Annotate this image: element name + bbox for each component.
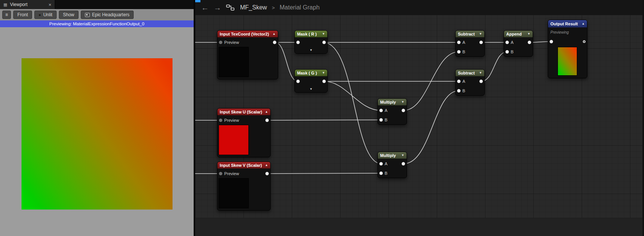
node-append[interactable]: Append ▼ A B: [504, 30, 533, 57]
node-multiply-bottom[interactable]: Multiply ▼ A B: [377, 152, 407, 178]
collapse-icon[interactable]: ▲: [582, 22, 585, 25]
dropdown-icon[interactable]: ▼: [527, 32, 530, 36]
preview-input-pin[interactable]: [219, 40, 222, 44]
output-input-pin[interactable]: [550, 40, 553, 43]
collapse-icon[interactable]: ▲: [273, 32, 276, 36]
material-preview-gradient: [22, 58, 173, 210]
expand-icon[interactable]: ▼: [295, 86, 327, 92]
back-arrow-icon[interactable]: ←: [201, 4, 209, 11]
preview-label: Preview: [224, 171, 239, 176]
node-input-texcoord[interactable]: Input TexCoord (Vector2) ▲ Preview: [217, 30, 278, 79]
mask-g-input-pin[interactable]: [296, 79, 300, 83]
preview-input-pin[interactable]: [219, 172, 222, 175]
input-pin-a[interactable]: [379, 109, 383, 112]
pin-label-a: A: [462, 40, 465, 45]
pin-label-a: A: [385, 108, 387, 113]
texcoord-output-pin[interactable]: [273, 40, 276, 44]
node-multiply-bottom-header[interactable]: Multiply ▼: [378, 152, 407, 159]
tab-viewport[interactable]: ▦ Viewport ×: [0, 0, 55, 9]
node-title: Input Skew V (Scalar): [220, 163, 262, 168]
viewport-canvas[interactable]: [0, 27, 194, 236]
dropdown-icon[interactable]: ▼: [401, 100, 404, 104]
previewing-banner-text: Previewing: MaterialExpressionFunctionOu…: [49, 22, 145, 26]
dropdown-icon[interactable]: ▼: [401, 154, 404, 157]
mask-pin-row: [295, 76, 327, 86]
preview-input-pin[interactable]: [219, 118, 222, 122]
collapse-icon[interactable]: ▲: [265, 110, 268, 113]
output-pin[interactable]: [528, 40, 531, 44]
input-pin-b[interactable]: [379, 171, 383, 175]
mask-g-output-pin[interactable]: [322, 79, 326, 83]
input-pin-a[interactable]: [457, 40, 461, 44]
input-pin-a[interactable]: [505, 40, 509, 44]
output-pin-row: [548, 37, 587, 46]
output-pin[interactable]: [402, 109, 405, 112]
dropdown-icon[interactable]: ▼: [479, 71, 482, 75]
node-mask-g[interactable]: Mask ( G ) ▼ ▼: [294, 69, 328, 93]
node-subtract-top[interactable]: Subtract ▼ A B: [455, 30, 485, 57]
skew-u-output-pin[interactable]: [265, 118, 269, 122]
dropdown-icon[interactable]: ▼: [322, 71, 325, 75]
material-graph-panel[interactable]: ← → MF_Skew > Material Graph: [195, 0, 642, 236]
show-button[interactable]: Show: [59, 11, 79, 19]
camera-mode-button[interactable]: Front: [13, 11, 32, 19]
node-mask-g-header[interactable]: Mask ( G ) ▼: [295, 70, 327, 76]
collapse-icon[interactable]: ▲: [265, 163, 268, 167]
dropdown-icon[interactable]: ▼: [322, 32, 325, 36]
input-pin-b[interactable]: [457, 89, 461, 92]
node-input-skew-v-header[interactable]: Input Skew V (Scalar) ▲: [217, 162, 270, 169]
input-pin-b[interactable]: [379, 118, 383, 121]
node-output-result[interactable]: Output Result ▲ Previewing: [548, 20, 587, 78]
pin-label-b: B: [462, 50, 465, 54]
node-title: Output Result: [550, 22, 578, 26]
close-icon[interactable]: ×: [48, 2, 51, 8]
expand-icon[interactable]: ▼: [295, 47, 327, 53]
input-pin-b[interactable]: [457, 50, 461, 53]
unlit-icon: ●: [39, 13, 41, 17]
graph-bottom-strip: [195, 218, 642, 236]
dropdown-icon[interactable]: ▼: [479, 32, 482, 36]
node-mask-r[interactable]: Mask ( R ) ▼ ▼: [294, 30, 328, 54]
node-subtract-bottom[interactable]: Subtract ▼ A B: [455, 69, 485, 96]
input-pin-b[interactable]: [505, 50, 509, 53]
node-input-skew-u-header[interactable]: Input Skew U (Scalar) ▲: [217, 109, 270, 115]
node-output-result-header[interactable]: Output Result ▲: [548, 20, 587, 28]
scene-setup-button[interactable]: Epic Headquarters: [81, 11, 134, 19]
node-multiply-top-header[interactable]: Multiply ▼: [378, 99, 407, 106]
node-input-skew-v[interactable]: Input Skew V (Scalar) ▲ Preview: [217, 161, 271, 211]
forward-arrow-icon[interactable]: →: [214, 4, 221, 11]
node-subtract-bottom-header[interactable]: Subtract ▼: [456, 70, 484, 76]
pin-label-b: B: [511, 50, 513, 54]
pin-row-a: A: [378, 159, 407, 168]
view-mode-label: Unlit: [43, 12, 52, 18]
skew-v-preview-thumbnail: [219, 178, 249, 208]
breadcrumb-root[interactable]: MF_Skew: [240, 4, 267, 11]
view-mode-button[interactable]: ● Unlit: [34, 11, 57, 19]
node-title: Input TexCoord (Vector2): [220, 32, 269, 36]
pin-row-a: A: [504, 37, 533, 47]
node-subtract-top-header[interactable]: Subtract ▼: [456, 31, 484, 37]
node-mask-r-header[interactable]: Mask ( R ) ▼: [295, 31, 327, 37]
input-pin-a[interactable]: [379, 162, 383, 165]
breadcrumb-current[interactable]: Material Graph: [280, 4, 320, 11]
node-input-texcoord-header[interactable]: Input TexCoord (Vector2) ▲: [217, 31, 278, 37]
node-input-skew-u[interactable]: Input Skew U (Scalar) ▲ Preview: [217, 108, 271, 157]
hamburger-icon: ≡: [5, 12, 8, 18]
output-passthrough-pin[interactable]: [583, 40, 585, 43]
breadcrumb-separator: >: [272, 5, 275, 11]
output-pin[interactable]: [479, 40, 483, 44]
node-append-header[interactable]: Append ▼: [504, 31, 533, 37]
node-multiply-top[interactable]: Multiply ▼ A B: [377, 98, 407, 125]
pin-label-a: A: [511, 40, 513, 45]
mask-r-input-pin[interactable]: [296, 40, 300, 44]
output-pin[interactable]: [402, 162, 405, 165]
mask-r-output-pin[interactable]: [322, 40, 326, 44]
output-pin[interactable]: [479, 79, 483, 83]
input-pin-a[interactable]: [457, 79, 461, 83]
pin-label-a: A: [385, 161, 387, 166]
viewport-toolbar: ≡ Front ● Unlit Show Epic Headquarters: [0, 9, 194, 20]
skew-v-output-pin[interactable]: [265, 172, 269, 175]
pin-label-b: B: [385, 171, 387, 175]
node-title: Multiply: [380, 100, 396, 104]
viewport-menu-button[interactable]: ≡: [2, 11, 11, 19]
